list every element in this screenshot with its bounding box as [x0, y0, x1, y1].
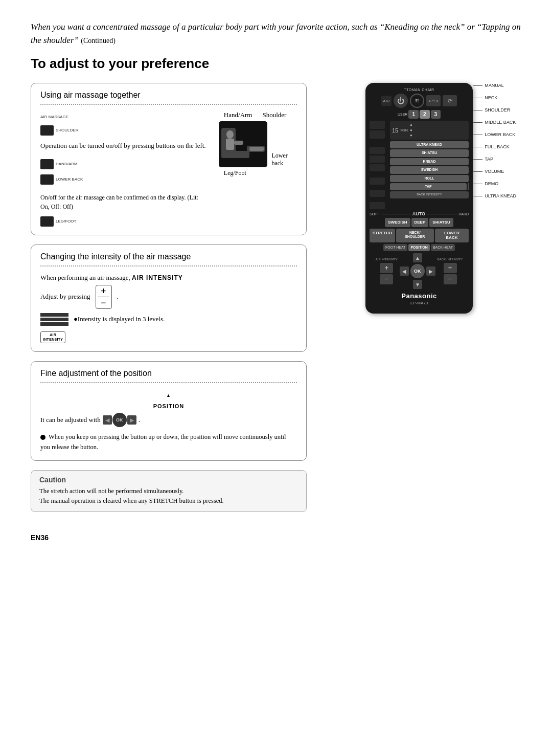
intensity-bar-3 — [40, 322, 68, 326]
ok-inline-pad: ◀ OK ▶ — [103, 413, 136, 427]
chest-left-btn[interactable] — [370, 164, 385, 171]
intensity-content: When performing an air massage, AIR INTE… — [40, 273, 297, 344]
power-button[interactable]: ⏻ — [394, 94, 408, 108]
remote-control: TTOMAN CHAIR AIR ⏻ ≋ ↩↪ ⟳ — [365, 83, 473, 314]
section-title: To adjust to your preference — [31, 56, 521, 72]
svg-rect-1 — [221, 151, 249, 158]
roll-btn[interactable]: ROLL — [390, 175, 469, 182]
leg-foot-left-btn[interactable] — [370, 130, 385, 139]
hand-shoulder-labels: Hand/Arm Shoulder — [224, 111, 287, 119]
action-btns-stack: ULTRA KNEAD SHIATSU KNEAD SWEDISH ROLL T… — [390, 141, 469, 198]
back-intensity-pm: BACK INTENSITY + − — [438, 258, 463, 284]
ok-down-arrow[interactable]: ▼ — [413, 280, 422, 289]
tap-right-line — [473, 159, 482, 160]
spacer2 — [370, 173, 388, 176]
demo-line — [473, 184, 482, 184]
ok-left-arrow[interactable]: ◀ — [103, 415, 112, 425]
svg-rect-4 — [226, 139, 234, 150]
ultra-knead-btn[interactable]: ULTRA KNEAD — [390, 141, 469, 148]
ok-remote-pad: ▲ ◀ OK ▶ ▼ — [400, 253, 435, 289]
volume-label-row: VOLUME — [473, 169, 516, 174]
air-intensity-remote-label: AIR INTENSITY — [376, 258, 398, 261]
tap-intensity-row: TAP — [390, 183, 469, 190]
ok-right-arrow[interactable]: ▶ — [127, 415, 136, 425]
repeat-left-btn[interactable] — [370, 202, 385, 209]
neck-shoulder-mode-btn[interactable]: NECK/ SHOULDER — [396, 229, 434, 242]
leg-foot-btn-group: LEG/FOOT — [40, 216, 209, 227]
lower-back-right-line — [473, 135, 482, 135]
plus-minus-control[interactable]: + − — [96, 285, 112, 309]
intensity-bar-2 — [40, 318, 68, 321]
back-intensity-remote-label: BACK INTENSITY — [438, 258, 463, 261]
leg-left-btn[interactable] — [370, 190, 385, 197]
fine-adjustment-title: Fine adjustment of the position — [40, 369, 297, 378]
fine-content: ▲ POSITION It can be adjusted with ◀ OK … — [40, 389, 297, 452]
spacer — [370, 140, 388, 145]
position-btn[interactable]: POSITION — [408, 244, 429, 251]
ultra-knead-line — [473, 196, 482, 196]
air-massage-label: AIR — [383, 99, 389, 103]
foot-heat-btn[interactable]: FOOT HEAT — [383, 244, 407, 251]
neck-left-btn[interactable] — [370, 155, 385, 163]
air-intensity-icon: AIR INTENSITY — [40, 331, 65, 343]
svg-rect-5 — [234, 141, 243, 145]
air-minus-btn[interactable]: − — [380, 274, 393, 284]
remote-column: TTOMAN CHAIR AIR ⏻ ≋ ↩↪ ⟳ — [317, 83, 521, 314]
shoulder-right-line — [473, 110, 482, 110]
air-plus-btn[interactable]: + — [380, 263, 393, 273]
main-layout: Using air massage together AIR MASSAGE S… — [31, 83, 521, 542]
lower-back-left-btn[interactable] — [370, 121, 385, 129]
air-massage-label-text: AIR MASSAGE — [40, 111, 68, 120]
on-off-text: On/off for the air massage can be confir… — [40, 193, 209, 211]
ok-button-inline[interactable]: OK — [112, 413, 127, 427]
shiatsu-mode-btn[interactable]: SHIATSU — [429, 218, 453, 227]
shoulder-button[interactable] — [40, 125, 54, 136]
leg-foot-button[interactable] — [40, 216, 54, 227]
ok-left-arrow-remote[interactable]: ◀ — [400, 266, 409, 276]
hand-arm-button[interactable] — [40, 159, 54, 169]
lower-back-mode-btn[interactable]: LOWER BACK — [435, 229, 469, 242]
user-1-button[interactable]: 1 — [408, 110, 419, 119]
stretch-left-btn[interactable] — [370, 147, 385, 154]
icon-btn-2[interactable]: ⟳ — [443, 95, 457, 106]
lower-back-button[interactable] — [40, 174, 54, 185]
deep-mode-btn[interactable]: DEEP — [411, 218, 429, 227]
shiatsu-btn[interactable]: SHIATSU — [390, 149, 469, 157]
back-minus-btn[interactable]: − — [444, 274, 457, 284]
page-number: EN36 — [31, 533, 307, 542]
chair-main-area: 15 MIN ● ● ● ULTRA KNEAD SHIATSU — [390, 121, 469, 209]
air-massage-remote-btn[interactable]: AIR — [381, 96, 392, 106]
air-intensity-pm: AIR INTENSITY + − — [376, 258, 398, 284]
user-row: USER 1 2 3 — [370, 110, 469, 119]
back-heat-btn[interactable]: BACK HEAT — [431, 244, 455, 251]
back-plus-btn[interactable]: + — [444, 263, 457, 273]
mode-row-2: STRETCH NECK/ SHOULDER LOWER BACK — [370, 229, 469, 242]
stretch-mode-btn[interactable]: STRETCH — [370, 229, 395, 242]
ok-center-button[interactable]: OK — [410, 264, 425, 278]
operation-text: Operation can be turned on/off by pressi… — [40, 141, 209, 151]
shoulder-btn-group: SHOULDER — [40, 125, 209, 136]
neck-right-label-row: NECK — [473, 95, 516, 100]
ok-right-arrow-remote[interactable]: ▶ — [426, 266, 435, 276]
tap-btn[interactable]: TAP — [390, 183, 467, 190]
knead-btn[interactable]: KNEAD — [390, 158, 469, 165]
tap-right-label-row: TAP — [473, 157, 516, 162]
hip-left-btn[interactable] — [370, 177, 385, 185]
wave-button[interactable]: ≋ — [410, 94, 424, 108]
swedish-btn[interactable]: SWEDISH — [390, 166, 469, 173]
intensity-display-row: ●Intensity is displayed in 3 levels. — [40, 313, 297, 326]
spacer3 — [370, 186, 388, 188]
chair-svg — [219, 125, 267, 164]
intensity-bar-1 — [40, 313, 68, 317]
caution-text: The stretch action will not be performed… — [39, 486, 298, 506]
left-column: Using air massage together AIR MASSAGE S… — [31, 83, 307, 542]
swedish-mode-btn[interactable]: SWEDISH — [385, 218, 410, 227]
icon-btn-1[interactable]: ↩↪ — [426, 95, 441, 106]
ok-up-arrow[interactable]: ▲ — [413, 253, 422, 262]
timer-display-area: 15 MIN ● ● ● — [390, 121, 469, 140]
back-intensity-label: BACK INTENSITY — [390, 191, 469, 198]
user-2-button[interactable]: 2 — [420, 110, 430, 119]
fine-row: It can be adjusted with ◀ OK ▶ . — [40, 413, 297, 427]
ultra-knead-label-row: ULTRA KNEAD — [473, 193, 516, 198]
user-3-button[interactable]: 3 — [431, 110, 441, 119]
